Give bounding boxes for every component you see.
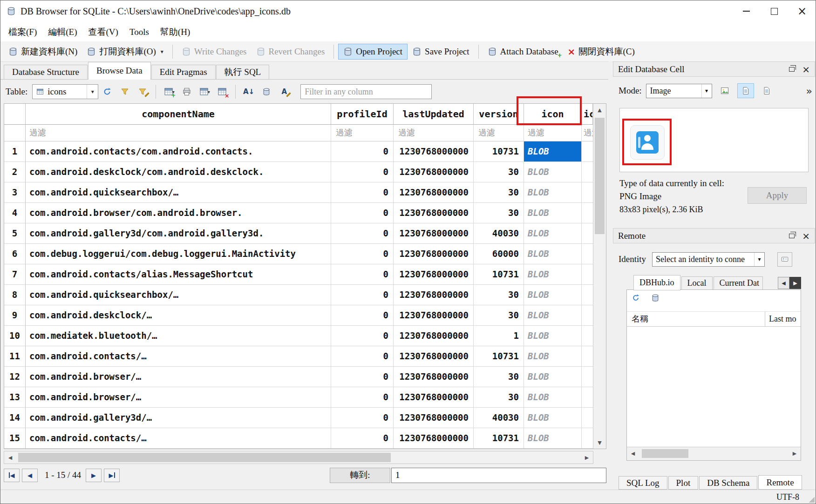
cell-icon-blob[interactable]: BLOB [524,305,582,326]
cell-componentname[interactable]: com.android.gallery3d/… [26,408,331,428]
filter-input-partial[interactable]: 過濾 [582,125,593,141]
row-number[interactable]: 2 [4,162,26,182]
cell-icon-blob[interactable]: BLOB [524,285,582,305]
text-view-button[interactable] [737,83,754,98]
cell-extra[interactable] [582,428,593,449]
cell-icon-blob[interactable]: BLOB [524,244,582,264]
horizontal-scrollbar-thumb[interactable] [18,453,391,462]
column-header-partial[interactable]: ic [582,104,593,125]
cell-profileid[interactable]: 0 [331,244,394,264]
tab-execute-sql[interactable]: 執行 SQL [216,65,270,79]
cell-profileid[interactable]: 0 [331,367,394,387]
delete-record-button[interactable]: × [215,84,230,99]
column-header-lastupdated[interactable]: lastUpdated [394,104,474,125]
pane-splitter[interactable] [608,61,612,490]
close-panel-icon[interactable]: × [802,231,810,241]
row-number[interactable]: 9 [4,305,26,326]
cell-icon-blob[interactable]: BLOB [524,408,582,428]
cell-profileid[interactable]: 0 [331,346,394,367]
import-data-button[interactable] [716,83,733,98]
scroll-right-icon[interactable]: ▶ [581,451,593,464]
row-number[interactable]: 12 [4,367,26,387]
cell-version[interactable]: 30 [474,387,524,408]
minimize-button[interactable] [732,0,760,22]
cell-componentname[interactable]: com.android.browser/… [26,387,331,408]
edit-cell-text-button[interactable]: A [277,84,292,99]
menu-item-tools[interactable]: Tools [124,25,155,39]
tab-edit-pragmas[interactable]: Edit Pragmas [151,65,216,79]
cell-profileid[interactable]: 0 [331,182,394,203]
refresh-icon[interactable] [632,294,640,302]
cell-icon-blob[interactable]: BLOB [524,264,582,285]
float-panel-icon[interactable] [789,234,795,238]
filter-input-lastupdated[interactable]: 過濾 [394,125,474,141]
cell-extra[interactable] [582,346,593,367]
cell-version[interactable]: 30 [474,203,524,223]
cell-version[interactable]: 30 [474,305,524,326]
print-button[interactable] [179,84,194,99]
cell-extra[interactable] [582,141,593,162]
scroll-left-icon[interactable]: ◀ [4,451,16,464]
cell-componentname[interactable]: com.android.contacts/com.android.contact… [26,141,331,162]
scroll-right-icon[interactable]: ▶ [789,447,801,459]
cell-lastupdated[interactable]: 1230768000000 [394,326,474,346]
resize-grip-icon[interactable] [808,496,815,503]
tab-scroll-left-icon[interactable]: ◀ [778,277,789,289]
revert-changes-button[interactable]: Revert Changes [252,44,330,59]
cell-version[interactable]: 30 [474,367,524,387]
column-header-last-modified[interactable]: Last mo [765,312,801,326]
row-number[interactable]: 10 [4,326,26,346]
next-page-button[interactable]: ▶ [86,469,102,482]
cell-profileid[interactable]: 0 [331,203,394,223]
cell-version[interactable]: 60000 [474,244,524,264]
float-panel-icon[interactable] [789,67,795,72]
cell-lastupdated[interactable]: 1230768000000 [394,346,474,367]
remote-horizontal-scrollbar[interactable]: ◀ ▶ [627,447,801,460]
remote-scrollbar-thumb[interactable] [642,449,688,458]
cell-icon-blob[interactable]: BLOB [524,326,582,346]
cell-componentname[interactable]: com.mediatek.bluetooth/… [26,326,331,346]
save-project-button[interactable]: Save Project [408,44,474,59]
last-page-button[interactable]: ▶ [104,469,120,482]
cell-lastupdated[interactable]: 1230768000000 [394,162,474,182]
cell-profileid[interactable]: 0 [331,162,394,182]
filter-input-profileid[interactable]: 過濾 [331,125,394,141]
row-number[interactable]: 14 [4,408,26,428]
attach-database-button[interactable]: + Attach Database [483,44,563,59]
cell-componentname[interactable]: com.debug.loggerui/com.debug.loggerui.Ma… [26,244,331,264]
cell-lastupdated[interactable]: 1230768000000 [394,223,474,244]
cell-lastupdated[interactable]: 1230768000000 [394,285,474,305]
cell-extra[interactable] [582,285,593,305]
cell-icon-blob[interactable]: BLOB [524,141,582,162]
cell-lastupdated[interactable]: 1230768000000 [394,367,474,387]
cell-icon-blob[interactable]: BLOB [524,367,582,387]
encoding-indicator[interactable]: UTF-8 [776,492,799,502]
cell-lastupdated[interactable]: 1230768000000 [394,264,474,285]
maximize-button[interactable] [760,0,788,22]
corner-cell[interactable] [4,104,26,125]
cell-version[interactable]: 10731 [474,141,524,162]
cell-componentname[interactable]: com.android.contacts/alias.MessageShortc… [26,264,331,285]
menu-item-help[interactable]: 幫助(H) [155,24,196,40]
sort-button[interactable]: A↓ [241,84,256,99]
cell-lastupdated[interactable]: 1230768000000 [394,141,474,162]
filter-input-version[interactable]: 過濾 [474,125,524,141]
write-changes-button[interactable]: Write Changes [177,44,252,59]
cell-componentname[interactable]: com.android.deskclock/com.android.deskcl… [26,162,331,182]
close-button[interactable]: × [788,0,816,22]
tab-browse-data[interactable]: Browse Data [88,62,151,80]
row-number[interactable]: 6 [4,244,26,264]
cell-extra[interactable] [582,203,593,223]
cell-version[interactable]: 40030 [474,408,524,428]
cell-icon-blob[interactable]: BLOB [524,182,582,203]
identity-select[interactable]: Select an identity to conne ▾ [652,252,765,267]
filter-input-icon[interactable]: 過濾 [524,125,582,141]
cell-extra[interactable] [582,244,593,264]
cell-componentname[interactable]: com.android.deskclock/… [26,305,331,326]
open-project-button[interactable]: Open Project [338,44,408,60]
cell-profileid[interactable]: 0 [331,305,394,326]
remote-tab-dbhub[interactable]: DBHub.io [633,275,680,290]
cell-extra[interactable] [582,264,593,285]
cell-version[interactable]: 10731 [474,428,524,449]
horizontal-scrollbar[interactable]: ◀ ▶ [4,451,593,464]
